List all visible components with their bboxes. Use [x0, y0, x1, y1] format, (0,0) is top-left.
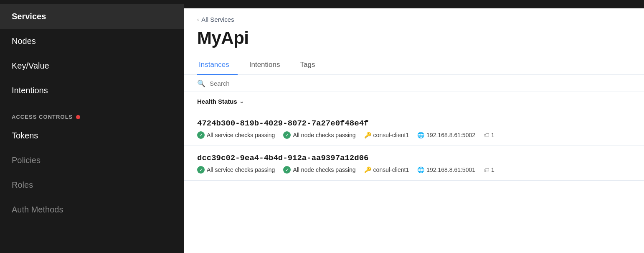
access-controls-label: ACCESS CONTROLS — [12, 114, 73, 120]
node-item: 🔑 consul-client1 — [364, 166, 409, 173]
tab-intentions[interactable]: Intentions — [248, 56, 289, 75]
address-item: 🌐 192.168.8.61:5001 — [417, 166, 475, 173]
sidebar-item-nodes[interactable]: Nodes — [0, 29, 184, 54]
node-checks-badge: ✓ All node checks passing — [283, 131, 355, 139]
search-icon: 🔍 — [197, 79, 205, 87]
instance-id[interactable]: dcc39c02-9ea4-4b4d-912a-aa9397a12d06 — [197, 153, 631, 163]
key-icon: 🔑 — [364, 132, 371, 138]
health-status-filter[interactable]: Health Status ⌄ — [197, 98, 244, 105]
page-title: MyApi — [184, 26, 644, 56]
instance-row: 4724b300-819b-4029-8072-7a27e0f48e4f ✓ A… — [184, 111, 644, 146]
tab-tags[interactable]: Tags — [299, 56, 324, 75]
tags-item: 🏷 1 — [484, 166, 494, 173]
sidebar-item-roles[interactable]: Roles — [0, 173, 184, 197]
breadcrumb-link[interactable]: All Services — [201, 16, 234, 23]
sidebar-item-auth-methods[interactable]: Auth Methods — [0, 197, 184, 222]
sidebar-item-nodes-label: Nodes — [12, 36, 36, 46]
sidebar-item-keyvalue[interactable]: Key/Value — [0, 54, 184, 78]
sidebar-item-intentions[interactable]: Intentions — [0, 78, 184, 103]
node-check-icon: ✓ — [283, 166, 291, 174]
sidebar-item-intentions-label: Intentions — [12, 86, 48, 95]
tab-instances[interactable]: Instances — [197, 56, 238, 75]
top-bar — [184, 0, 644, 8]
node-item: 🔑 consul-client1 — [364, 132, 409, 138]
access-controls-red-dot — [76, 115, 80, 119]
search-input[interactable] — [210, 80, 631, 87]
instance-meta: ✓ All service checks passing ✓ All node … — [197, 131, 631, 139]
service-check-icon: ✓ — [197, 166, 205, 174]
node-checks-label: All node checks passing — [293, 132, 355, 138]
service-checks-label: All service checks passing — [207, 132, 275, 138]
main-content: ‹ All Services MyApi Instances Intention… — [184, 0, 644, 253]
node-check-icon: ✓ — [283, 131, 291, 139]
search-bar: 🔍 — [184, 75, 644, 92]
address-value: 192.168.8.61:5002 — [426, 132, 475, 138]
access-controls-header: ACCESS CONTROLS — [0, 107, 184, 123]
instance-meta: ✓ All service checks passing ✓ All node … — [197, 166, 631, 174]
sidebar-item-auth-methods-label: Auth Methods — [12, 205, 63, 214]
service-checks-badge: ✓ All service checks passing — [197, 131, 275, 139]
globe-icon: 🌐 — [417, 132, 424, 138]
tag-icon: 🏷 — [484, 166, 489, 173]
service-checks-badge: ✓ All service checks passing — [197, 166, 275, 174]
sidebar: Services Nodes Key/Value Intentions ACCE… — [0, 0, 184, 253]
globe-icon: 🌐 — [417, 166, 424, 173]
sidebar-item-services-label: Services — [12, 12, 46, 21]
tags-item: 🏷 1 — [484, 132, 494, 138]
sidebar-item-policies-label: Policies — [12, 156, 41, 165]
chevron-down-icon: ⌄ — [239, 98, 244, 105]
sidebar-item-keyvalue-label: Key/Value — [12, 61, 49, 70]
sidebar-item-roles-label: Roles — [12, 180, 33, 189]
sidebar-item-tokens[interactable]: Tokens — [0, 123, 184, 148]
sidebar-item-services[interactable]: Services — [0, 4, 184, 29]
node-checks-label: All node checks passing — [293, 166, 355, 173]
health-status-label: Health Status — [197, 98, 237, 105]
breadcrumb-chevron-icon: ‹ — [197, 16, 199, 23]
content-area: ‹ All Services MyApi Instances Intention… — [184, 8, 644, 253]
tag-icon: 🏷 — [484, 132, 489, 138]
address-item: 🌐 192.168.8.61:5002 — [417, 132, 475, 138]
node-value: consul-client1 — [373, 166, 409, 173]
service-check-icon: ✓ — [197, 131, 205, 139]
instance-row: dcc39c02-9ea4-4b4d-912a-aa9397a12d06 ✓ A… — [184, 146, 644, 181]
sidebar-item-tokens-label: Tokens — [12, 131, 38, 140]
tags-value: 1 — [491, 166, 494, 173]
tabs: Instances Intentions Tags — [184, 56, 644, 75]
address-value: 192.168.8.61:5001 — [426, 166, 475, 173]
node-value: consul-client1 — [373, 132, 409, 138]
service-checks-label: All service checks passing — [207, 166, 275, 173]
breadcrumb: ‹ All Services — [184, 8, 644, 26]
filter-row: Health Status ⌄ — [184, 92, 644, 111]
sidebar-item-policies[interactable]: Policies — [0, 148, 184, 173]
tags-value: 1 — [491, 132, 494, 138]
node-checks-badge: ✓ All node checks passing — [283, 166, 355, 174]
instance-id[interactable]: 4724b300-819b-4029-8072-7a27e0f48e4f — [197, 119, 631, 128]
key-icon: 🔑 — [364, 166, 371, 173]
